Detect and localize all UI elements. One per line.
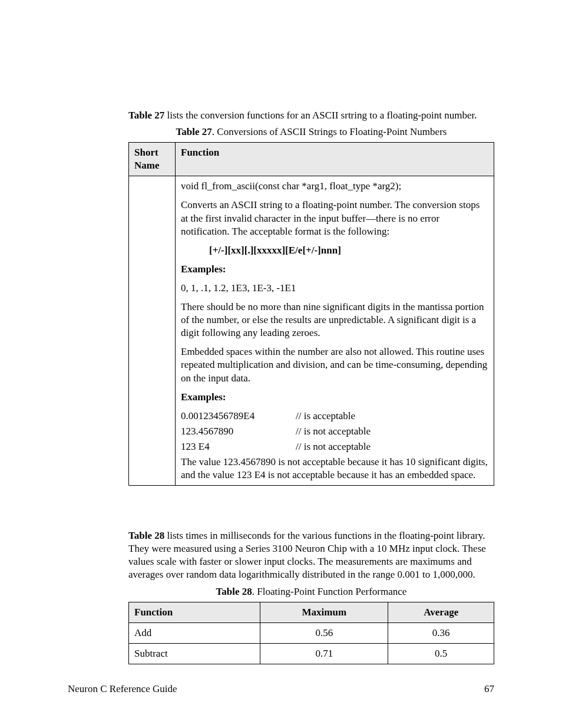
intro-table28: Table 28 lists times in milliseconds for… (128, 529, 494, 581)
fn-format: [+/-][xx][.][xxxxx][E/e[+/-]nnn] (181, 244, 488, 257)
example-row-1: 0.00123456789E4 // is acceptable (181, 410, 488, 423)
caption27-text: . Conversions of ASCII Strings to Floati… (212, 126, 447, 137)
table28-h-function: Function (129, 602, 260, 622)
table27-body-row: void fl_from_ascii(const char *arg1, flo… (129, 176, 494, 486)
table28-row-add: Add 0.56 0.36 (129, 622, 494, 643)
t28-sub-max: 0.71 (260, 643, 388, 664)
caption-table28: Table 28. Floating-Point Function Perfor… (128, 585, 494, 598)
examples-label-1: Examples: (181, 263, 488, 276)
table28-row-subtract: Subtract 0.71 0.5 (129, 643, 494, 664)
intro-table28-ref: Table 28 (128, 530, 164, 541)
table27-header-row: Short Name Function (129, 143, 494, 176)
t28-add-avg: 0.36 (388, 622, 494, 643)
table-28: Function Maximum Average Add 0.56 0.36 S… (128, 602, 494, 664)
example-1-note: // is acceptable (296, 410, 488, 423)
footer-page-number: 67 (484, 683, 494, 696)
table28-h-average: Average (388, 602, 494, 622)
page-footer: Neuron C Reference Guide 67 (68, 683, 494, 696)
t28-sub-avg: 0.5 (388, 643, 494, 664)
intro-table27-ref: Table 27 (128, 110, 164, 121)
t28-sub-fn: Subtract (129, 643, 260, 664)
examples-label-2: Examples: (181, 391, 488, 404)
intro-table27-text: lists the conversion functions for an AS… (164, 110, 477, 121)
table27-header-function: Function (176, 143, 494, 176)
intro-table28-text: lists times in milliseconds for the vari… (128, 530, 486, 580)
table27-header-shortname: Short Name (129, 143, 176, 176)
caption-table27: Table 27. Conversions of ASCII Strings t… (128, 126, 494, 139)
t28-add-max: 0.56 (260, 622, 388, 643)
table28-h-maximum: Maximum (260, 602, 388, 622)
example-row-2: 123.4567890 // is not acceptable (181, 425, 488, 438)
caption28-ref: Table 28 (216, 586, 252, 597)
table27-shortname-cell (129, 176, 176, 486)
caption27-ref: Table 27 (176, 126, 212, 137)
t28-add-fn: Add (129, 622, 260, 643)
spacer (128, 509, 494, 529)
example-1-value: 0.00123456789E4 (181, 410, 296, 423)
example-3-value: 123 E4 (181, 440, 296, 453)
mantissa-note: There should be no more than nine signif… (181, 301, 488, 340)
caption28-text: . Floating-Point Function Performance (252, 586, 407, 597)
table28-header-row: Function Maximum Average (129, 602, 494, 622)
table-27: Short Name Function void fl_from_ascii(c… (128, 142, 494, 486)
example-2-note: // is not acceptable (296, 425, 488, 438)
final-note: The value 123.4567890 is not acceptable … (181, 456, 488, 482)
table27-function-cell: void fl_from_ascii(const char *arg1, flo… (176, 176, 494, 486)
document-page: Table 27 lists the conversion functions … (0, 0, 562, 728)
footer-title: Neuron C Reference Guide (68, 683, 177, 696)
example-3-note: // is not acceptable (296, 440, 488, 453)
fn-signature: void fl_from_ascii(const char *arg1, flo… (181, 180, 488, 193)
intro-table27: Table 27 lists the conversion functions … (128, 109, 494, 122)
fn-description: Converts an ASCII string to a floating-p… (181, 199, 488, 238)
examples-list: 0, 1, .1, 1.2, 1E3, 1E-3, -1E1 (181, 282, 488, 295)
embedded-note: Embedded spaces within the number are al… (181, 345, 488, 384)
example-2-value: 123.4567890 (181, 425, 296, 438)
example-row-3: 123 E4 // is not acceptable (181, 440, 488, 453)
